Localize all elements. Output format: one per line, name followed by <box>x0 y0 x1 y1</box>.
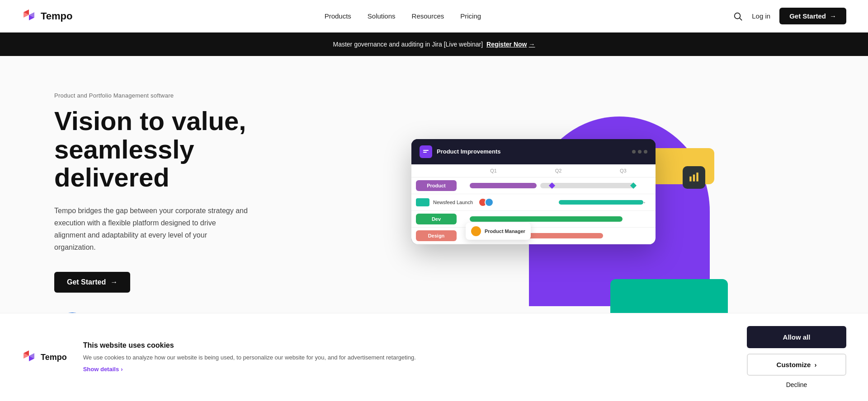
svg-point-4 <box>735 13 741 19</box>
hero-illustration: Product Improvements Q1 Q2 Q3 <box>411 130 692 311</box>
gantt-title: Product Improvements <box>437 148 501 155</box>
gantt-menu-dots <box>632 150 647 154</box>
gantt-header: Product Improvements <box>411 139 656 164</box>
cookie-buttons: Allow all Customize › Decline <box>747 326 846 376</box>
nav-login-link[interactable]: Log in <box>752 12 770 20</box>
hero-description: Tempo bridges the gap between your corpo… <box>54 205 249 254</box>
nav-resources[interactable]: Resources <box>412 12 444 20</box>
announcement-text: Master governance and auditing in Jira [… <box>333 41 483 48</box>
gantt-row-design: Design <box>411 228 656 244</box>
navbar: Tempo Products Solutions Resources Prici… <box>0 0 868 33</box>
cookie-left: Tempo This website uses cookies We use c… <box>22 341 729 373</box>
newsfeed-timeline: → <box>497 197 651 208</box>
newsfeed-arrow: → <box>640 199 646 206</box>
pm-avatar <box>471 226 481 236</box>
gantt-bar-dev <box>470 216 623 222</box>
svg-rect-7 <box>693 174 695 181</box>
hero-title: Vision to value, seamlessly delivered <box>54 107 289 192</box>
avatar-2 <box>485 198 494 207</box>
cookie-logo: Tempo <box>22 350 67 365</box>
hero-get-started-button[interactable]: Get Started → <box>54 272 130 293</box>
gantt-row-dev: Dev <box>411 211 656 228</box>
pm-label: Product Manager <box>485 228 525 234</box>
bar-chart-icon <box>688 172 700 183</box>
nav-logo[interactable]: Tempo <box>22 9 72 24</box>
gantt-label-dev: Dev <box>416 214 457 224</box>
nav-pricing[interactable]: Pricing <box>460 12 481 20</box>
hero-left: Product and Portfolio Management softwar… <box>54 92 289 349</box>
quarter-q2: Q2 <box>526 168 590 173</box>
cookie-logo-icon <box>22 350 37 365</box>
svg-rect-8 <box>696 173 698 182</box>
gantt-icon <box>420 145 432 158</box>
cookie-overlay: Tempo This website uses cookies We use c… <box>0 313 868 376</box>
hero-eyebrow: Product and Portfolio Management softwar… <box>54 92 289 99</box>
gantt-body: Q1 Q2 Q3 Product <box>411 164 656 244</box>
gantt-bar-product-1 <box>470 183 537 188</box>
svg-rect-9 <box>423 150 429 151</box>
cookie-description: We use cookies to analyze how our websit… <box>83 353 729 362</box>
cookie-show-details-link[interactable]: Show details › <box>83 366 123 373</box>
quarter-q3: Q3 <box>591 168 656 173</box>
allow-all-button[interactable]: Allow all <box>747 326 846 348</box>
quarter-q1: Q1 <box>461 168 526 173</box>
cookie-banner: Tempo This website uses cookies We use c… <box>0 313 868 376</box>
pm-tooltip: Product Manager <box>466 223 531 240</box>
gantt-label-design: Design <box>416 230 457 241</box>
gantt-card: Product Improvements Q1 Q2 Q3 <box>411 139 656 244</box>
newsfeed-thumb <box>416 198 429 206</box>
svg-line-5 <box>740 18 742 20</box>
gantt-timeline-product <box>460 180 651 191</box>
cookie-text-block: This website uses cookies We use cookies… <box>83 341 729 373</box>
nav-get-started-button[interactable]: Get Started → <box>779 8 846 24</box>
newsfeed-bar <box>559 200 643 205</box>
tempo-logo-icon <box>22 9 37 24</box>
gantt-row-product: Product <box>411 177 656 194</box>
nav-right: Log in Get Started → <box>733 8 846 24</box>
gantt-row-newsfeed: Newsfeed Launch → <box>411 194 656 211</box>
announcement-link[interactable]: Register Now → <box>486 41 535 48</box>
nav-logo-text: Tempo <box>41 10 72 22</box>
nav-links: Products Solutions Resources Pricing <box>325 12 481 20</box>
nav-products[interactable]: Products <box>325 12 351 20</box>
announcement-bar: Master governance and auditing in Jira [… <box>0 33 868 56</box>
gantt-label-product: Product <box>416 180 457 191</box>
customize-button[interactable]: Customize › <box>747 354 846 376</box>
svg-rect-6 <box>689 177 691 182</box>
cookie-logo-text: Tempo <box>41 353 67 362</box>
newsfeed-label: Newsfeed Launch <box>433 200 473 205</box>
chart-icon-decoration <box>683 166 705 189</box>
svg-rect-10 <box>423 152 427 153</box>
gantt-quarters: Q1 Q2 Q3 <box>411 164 656 177</box>
search-icon[interactable] <box>733 11 743 21</box>
hero-illustration-area: Product Improvements Q1 Q2 Q3 <box>289 126 814 315</box>
nav-solutions[interactable]: Solutions <box>368 12 396 20</box>
cookie-title: This website uses cookies <box>83 341 729 350</box>
